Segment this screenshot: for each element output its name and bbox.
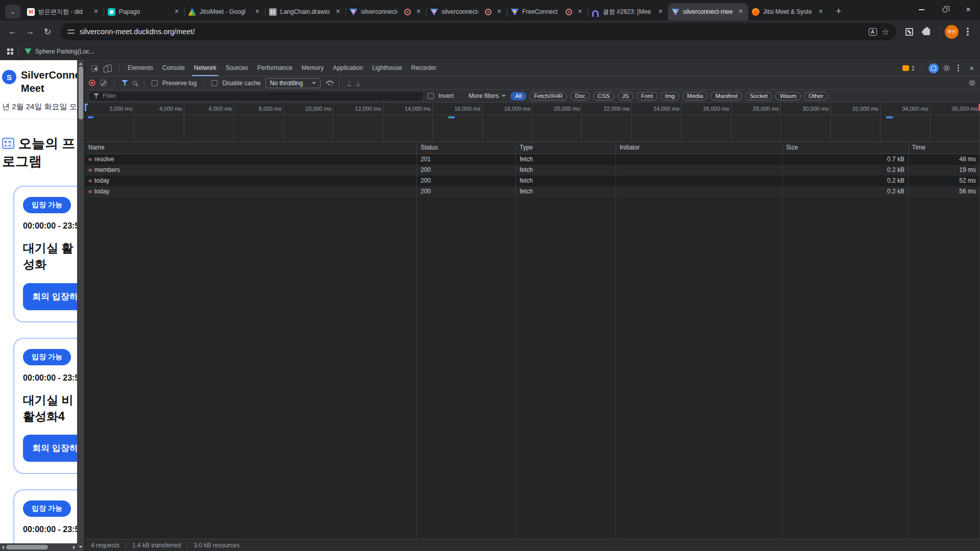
inspect-element-button[interactable] [88,62,101,75]
devtools-tab-memory[interactable]: Memory [297,60,328,76]
browser-tab[interactable]: JitsiMeet - Googl× [185,3,265,20]
request-name-cell[interactable]: ‹›today [85,176,417,186]
scroll-up-icon[interactable] [79,63,83,65]
devtools-tab-performance[interactable]: Performance [253,60,297,76]
join-meeting-button[interactable]: 회의 입장하기 [23,283,77,310]
forward-button[interactable]: → [22,24,38,39]
issues-button[interactable]: 1 [902,65,915,72]
timeline-selection-handle[interactable] [85,104,88,111]
browser-tab[interactable]: LangChain.drawio× [265,3,346,20]
more-filters-button[interactable]: More filters [469,92,506,99]
tab-organizer-button[interactable] [901,24,917,39]
tab-close-icon[interactable]: × [414,8,423,16]
filter-chip-other[interactable]: Other [804,92,828,101]
filter-input[interactable] [103,92,419,99]
filter-chip-media[interactable]: Media [682,92,707,101]
disable-cache-checkbox[interactable] [211,80,217,86]
browser-tab[interactable]: silverconnect-× [346,3,426,20]
horizontal-scroll-thumb[interactable] [6,545,48,549]
address-bar[interactable]: silverconn-meet.duckdns.org/meet/ ☆ [60,23,896,40]
tab-close-icon[interactable]: × [173,8,181,16]
vertical-scroll-thumb[interactable] [79,66,83,119]
search-icon[interactable] [133,81,137,85]
tab-close-icon[interactable]: × [576,8,584,16]
scroll-down-icon[interactable] [79,546,83,548]
filter-chip-wasm[interactable]: Wasm [775,92,801,101]
browser-menu-icon[interactable] [967,31,969,33]
restore-button[interactable] [933,0,957,19]
close-window-button[interactable]: × [957,0,980,19]
network-overview-timeline[interactable]: 2,000 ms4,000 ms6,000 ms8,000 ms10,000 m… [85,103,980,142]
filter-chip-socket[interactable]: Socket [745,92,772,101]
apps-grid-icon[interactable] [7,48,10,51]
preserve-log-checkbox[interactable] [152,80,158,86]
browser-tab[interactable]: silverconnect-× [427,3,507,20]
tab-search-button[interactable]: ⌄ [5,5,20,19]
filter-funnel-icon[interactable] [121,80,128,86]
invert-checkbox[interactable] [428,93,434,99]
request-name-cell[interactable]: ‹›members [85,165,417,176]
browser-tab[interactable]: 받은편지함 - did× [23,3,104,20]
export-har-icon[interactable]: ↓ [356,80,360,86]
devtools-tab-recorder[interactable]: Recorder [407,60,441,76]
profile-avatar[interactable]: 현진 [945,25,959,39]
column-header-initiator[interactable]: Initiator [616,142,782,154]
devtools-tab-elements[interactable]: Elements [123,60,158,76]
network-conditions-icon[interactable] [325,81,332,86]
filter-chip-img[interactable]: Img [660,92,679,101]
tab-close-icon[interactable]: × [334,8,342,16]
bookmark-item[interactable]: Sphere Parking(Loc... [24,48,94,55]
column-header-name[interactable]: Name [85,142,417,154]
device-sync-icon[interactable] [928,63,939,73]
devtools-tab-sources[interactable]: Sources [221,60,253,76]
browser-tab[interactable]: Papago× [104,3,184,20]
column-header-status[interactable]: Status [417,142,516,154]
devtools-close-icon[interactable]: × [966,64,977,72]
page-vertical-scrollbar[interactable] [77,60,84,551]
table-row[interactable]: ‹›members200fetch0.2 kB19 ms [85,165,980,176]
tab-close-icon[interactable]: × [656,8,665,16]
browser-tab[interactable]: Jitsi Meet & Syste× [748,3,828,20]
url-text[interactable]: silverconn-meet.duckdns.org/meet/ [80,28,195,36]
table-row[interactable]: ‹›resolve201fetch0.7 kB48 ms [85,154,980,165]
clear-network-log-icon[interactable] [100,80,107,86]
column-header-time[interactable]: Time [909,142,980,154]
record-network-log-button[interactable] [89,80,95,86]
network-settings-icon[interactable] [968,79,976,87]
filter-chip-manifest[interactable]: Manifest [710,92,742,101]
minimize-button[interactable] [910,0,933,19]
devtools-tab-application[interactable]: Application [328,60,368,76]
table-row[interactable]: ‹›today200fetch0.2 kB56 ms [85,186,980,197]
column-header-size[interactable]: Size [782,142,909,154]
import-har-icon[interactable]: ↑ [347,80,351,86]
extensions-button[interactable] [919,24,934,39]
back-button[interactable]: ← [5,24,20,39]
bookmark-star-icon[interactable]: ☆ [882,27,889,37]
column-header-type[interactable]: Type [516,142,616,154]
filter-chip-js[interactable]: JS [618,92,633,101]
disable-cache-label[interactable]: Disable cache [222,80,260,87]
new-tab-button[interactable]: + [831,4,846,18]
scroll-left-icon[interactable] [2,545,4,549]
filter-chip-fetchxhr[interactable]: Fetch/XHR [529,92,567,101]
scroll-right-icon[interactable] [73,545,75,549]
request-name-cell[interactable]: ‹›resolve [85,154,417,165]
preserve-log-label[interactable]: Preserve log [162,80,197,87]
device-toolbar-button[interactable] [102,62,115,75]
filter-chip-css[interactable]: CSS [593,92,615,101]
invert-label[interactable]: Invert [438,92,454,99]
tab-close-icon[interactable]: × [92,8,100,16]
translate-icon[interactable] [869,28,877,36]
filter-chip-doc[interactable]: Doc [570,92,590,101]
tab-close-icon[interactable]: × [817,8,825,16]
tab-close-icon[interactable]: × [495,8,503,16]
filter-chip-font[interactable]: Font [636,92,657,101]
devtools-settings-icon[interactable] [943,64,950,72]
reload-button[interactable]: ↻ [40,24,55,39]
devtools-tab-lighthouse[interactable]: Lighthouse [368,60,407,76]
browser-tab[interactable]: silverconnect-mee× [668,3,748,20]
request-name-cell[interactable]: ‹›today [85,186,417,197]
page-horizontal-scrollbar[interactable] [0,543,77,551]
browser-tab[interactable]: FreeConnect× [507,3,587,20]
devtools-tab-console[interactable]: Console [158,60,189,76]
